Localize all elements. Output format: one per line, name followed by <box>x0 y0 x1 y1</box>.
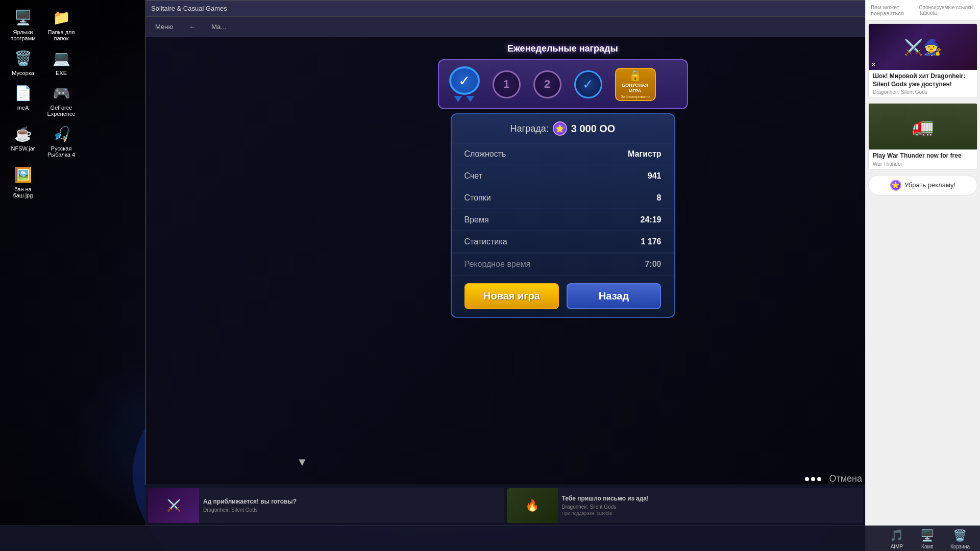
korzina-label: Корзина <box>950 544 970 549</box>
menu-button[interactable]: Меню <box>151 21 177 33</box>
ad-img-warthunder: 🚛 <box>869 104 977 149</box>
cancel-label[interactable]: Отмена <box>829 473 862 484</box>
musорка-label: Мусорка <box>12 70 34 76</box>
bottom-ad-source-2: Dragonheir: Silent Gods <box>562 504 649 510</box>
bottom-ad-img-2: 🔥 <box>507 488 558 523</box>
stat-value-record: 7:00 <box>645 260 661 269</box>
programs-icon: 🖥️ <box>13 7 33 28</box>
desktop-icon-musорка[interactable]: 🗑️ Мусорка <box>5 46 41 78</box>
check-icon: ✓ <box>458 72 470 89</box>
folder-label: Папка для папок <box>45 29 77 41</box>
bonus-game-box[interactable]: 🔒 БОНУСНАЯИГРА Заблокировано <box>615 68 656 101</box>
bottom-ads-bar: ⚔️ Ад приближается! вы готовы? Dragonhei… <box>145 485 865 525</box>
stats-modal: Награда: ⭐ 3 000 ОО Сложность Магистр Сч… <box>451 113 675 318</box>
game-overlay: Еженедельные награды ✓ <box>146 37 979 525</box>
reward-badge-completed: ✓ <box>449 66 480 102</box>
window-toolbar: Меню ← Ма... 24:19 ✎ <box>146 17 979 37</box>
nfsw-icon: ☕ <box>13 123 33 144</box>
stat-label-stacks: Стопки <box>464 193 491 203</box>
bottom-ad-card-1[interactable]: ⚔️ Ад приближается! вы готовы? Dragonhei… <box>148 488 504 523</box>
reward-text-label: Награда: <box>510 123 549 134</box>
dot-1 <box>805 477 809 481</box>
ad-card-warthunder[interactable]: 🚛 Play War Thunder now for free War Thun… <box>868 103 977 170</box>
desktop-icon-programs[interactable]: 🖥️ Ярлыки программ <box>5 5 41 43</box>
desktop-icon-mea[interactable]: 📄 meA <box>5 81 41 119</box>
stat-value-difficulty: Магистр <box>628 149 661 159</box>
exe-label: EXE <box>56 70 67 76</box>
desktop: 🖥️ Ярлыки программ 📁 Папка для папок 🗑️ … <box>0 0 980 551</box>
lock-icon: 🔒 <box>629 69 642 82</box>
step-check-circle[interactable]: ✓ <box>574 70 602 98</box>
main-window: Solitaire & Casual Games ─ □ ✕ Меню ← Ма… <box>145 0 980 525</box>
taskbar-item-comp[interactable]: 🖥️ Комп <box>915 526 940 552</box>
bottom-ad-title-1: Ад приближается! вы готовы? <box>203 498 297 506</box>
game-area: Еженедельные награды ✓ <box>146 37 979 525</box>
cancel-area: Отмена <box>805 473 862 484</box>
aimp-icon: 🎵 <box>889 528 904 543</box>
stat-row-difficulty: Сложность Магистр <box>452 143 674 165</box>
stat-row-stacks: Стопки 8 <box>452 187 674 209</box>
ad-panel: Вам может понравиться Спонсируемые ссылк… <box>865 0 980 551</box>
ad-card-dragonheir-text: Шок! Мировой хит Dragonheir: Silent Gods… <box>869 70 977 97</box>
desktop-icon-folder[interactable]: 📁 Папка для папок <box>43 5 79 43</box>
comp-label: Комп <box>921 544 934 549</box>
step-1-circle[interactable]: 1 <box>493 70 521 98</box>
weekly-rewards-title: Еженедельные награды <box>438 43 688 54</box>
comp-icon: 🖥️ <box>920 528 935 543</box>
taskbar: 🎵 AIMP 🖥️ Комп 🗑️ Корзина <box>0 525 980 551</box>
aimp-label: AIMP <box>891 544 903 549</box>
stat-row-stats: Статистика 1 176 <box>452 231 674 253</box>
musорка-icon: 🗑️ <box>13 48 33 68</box>
bottom-ad-content-1: Ад приближается! вы готовы? Dragonheir: … <box>199 488 301 523</box>
desktop-icon-ban[interactable]: 🖼️ бан на баш.jpg <box>5 162 41 201</box>
ad-img-text-close-icon: ✕ <box>871 62 875 67</box>
new-game-button[interactable]: Новая игра <box>464 283 559 309</box>
stat-label-record: Рекордное время <box>464 260 531 269</box>
ribbon-tail-right <box>467 96 475 102</box>
geforce-label: GeForce Experience <box>45 105 77 117</box>
exe-icon: 💻 <box>51 48 71 68</box>
desktop-icon-exe[interactable]: 💻 EXE <box>43 46 79 78</box>
desktop-icon-nfsw[interactable]: ☕ NFSW.jar <box>5 121 41 160</box>
ad-source-warthunder: War Thunder <box>873 161 973 167</box>
mea-icon: 📄 <box>13 83 33 103</box>
ban-icon: 🖼️ <box>13 164 33 185</box>
ad-img-dragonheir: ⚔️🧙 ✕ <box>869 24 977 70</box>
desktop-icon-geforce[interactable]: 🎮 GeForce Experience <box>43 81 79 119</box>
bottom-ad-taboola-2: При поддержке Taboola <box>562 511 649 516</box>
ad-card-dragonheir[interactable]: ⚔️🧙 ✕ Шок! Мировой хит Dragonheir: Silen… <box>868 23 977 98</box>
modal-buttons: Новая игра Назад <box>452 276 674 317</box>
badge-ribbon-completed: ✓ <box>449 66 480 95</box>
korzina-icon: 🗑️ <box>952 528 968 543</box>
taskbar-item-korzina[interactable]: 🗑️ Корзина <box>945 526 975 552</box>
rybalka-icon: 🎣 <box>51 123 71 144</box>
reward-amount: 3 000 ОО <box>571 123 616 135</box>
bonus-locked-text: Заблокировано <box>621 94 650 99</box>
home-button[interactable]: Ма... <box>207 21 230 33</box>
bottom-ad-img-1: ⚔️ <box>148 488 199 523</box>
nav-down-arrow[interactable]: ▼ <box>297 456 308 469</box>
back-button-modal[interactable]: Назад <box>567 283 661 309</box>
folder-icon: 📁 <box>51 7 71 28</box>
window-titlebar: Solitaire & Casual Games ─ □ ✕ <box>146 1 979 17</box>
ad-header-label: Вам может понравиться <box>871 4 919 16</box>
remove-ads-button[interactable]: ⭐ Убрать рекламу! <box>868 175 977 195</box>
window-title: Solitaire & Casual Games <box>151 5 926 12</box>
remove-ads-icon: ⭐ <box>890 180 901 191</box>
ad-sponsor-label: Спонсируемые ссылки Taboola <box>919 5 975 16</box>
desktop-icon-rybalka[interactable]: 🎣 Русская Рыбалка 4 <box>43 121 79 160</box>
ad-panel-header: Вам может понравиться Спонсируемые ссылк… <box>866 0 980 21</box>
stat-value-score: 941 <box>648 171 662 181</box>
taskbar-item-aimp[interactable]: 🎵 AIMP <box>884 526 910 552</box>
bottom-ad-content-2: Тебе пришло письмо из ада! Dragonheir: S… <box>558 488 653 523</box>
ad-title-dragonheir: Шок! Мировой хит Dragonheir: Silent Gods… <box>873 72 973 88</box>
remove-ads-label: Убрать рекламу! <box>904 181 955 189</box>
nfsw-label: NFSW.jar <box>11 145 35 152</box>
bottom-ad-card-2[interactable]: 🔥 Тебе пришло письмо из ада! Dragonheir:… <box>507 488 863 523</box>
weekly-rewards-container: Еженедельные награды ✓ <box>438 43 688 109</box>
bottom-ad-source-1: Dragonheir: Silent Gods <box>203 507 297 513</box>
step-2-circle[interactable]: 2 <box>533 70 561 98</box>
ad-source-dragonheir: Dragonheir: Silent Gods <box>873 89 973 95</box>
back-button[interactable]: ← <box>185 21 200 33</box>
weekly-rewards-bar: ✓ 1 2 ✓ <box>438 59 688 109</box>
